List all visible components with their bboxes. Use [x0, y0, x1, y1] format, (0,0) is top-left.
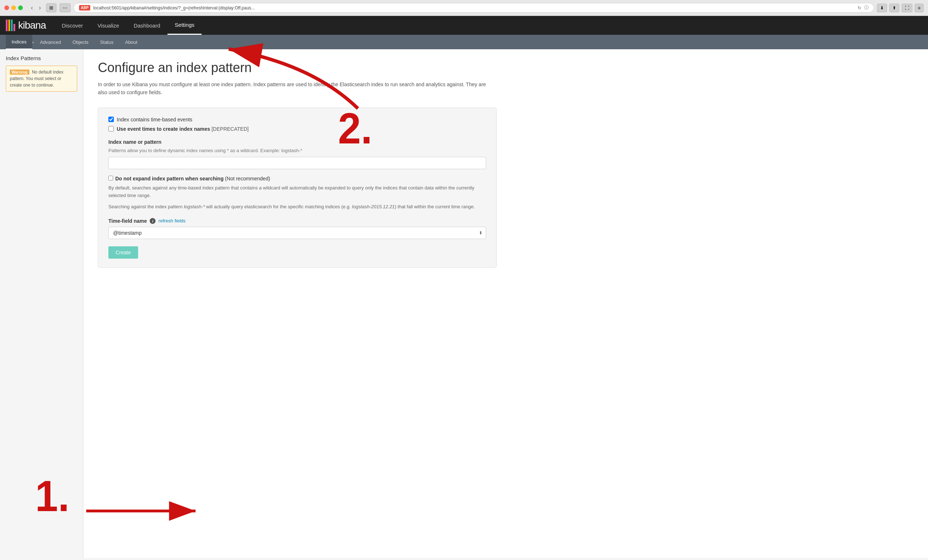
time-field-select-wrapper: @timestamp ⬍: [108, 227, 486, 239]
top-navigation: kibana Discover Visualize Dashboard Sett…: [0, 16, 928, 35]
indices-label: Indices: [12, 39, 26, 44]
index-name-input[interactable]: logstash-*: [108, 157, 486, 169]
top-nav-items: Discover Visualize Dashboard Settings: [55, 16, 202, 35]
logo-bar-3: [11, 20, 13, 31]
create-button[interactable]: Create: [108, 246, 138, 259]
nav-item-discover[interactable]: Discover: [55, 16, 90, 35]
browser-actions: ⬇ ⬆ ⛶ ≡: [877, 4, 923, 12]
index-name-section: Index name or pattern Patterns allow you…: [108, 139, 486, 169]
time-based-label[interactable]: Index contains time-based events: [117, 117, 192, 122]
info-icon[interactable]: i: [150, 218, 156, 224]
back-button[interactable]: ‹: [29, 3, 35, 12]
maximize-dot[interactable]: [18, 5, 23, 10]
refresh-fields-link[interactable]: refresh fields: [159, 218, 185, 224]
grid-button[interactable]: ⋯: [60, 3, 71, 12]
minimize-dot[interactable]: [11, 5, 16, 10]
time-field-section: Time-field name i refresh fields @timest…: [108, 218, 486, 239]
fullscreen-button[interactable]: ⛶: [902, 4, 913, 12]
address-text: localhost:5601/app/kibana#/settings/indi…: [93, 5, 855, 11]
warning-badge: Warning: [10, 70, 29, 75]
sidebar: Index Patterns Warning No default index …: [0, 49, 83, 558]
download-button[interactable]: ⬇: [877, 4, 887, 12]
index-name-label: Index name or pattern: [108, 139, 486, 145]
time-field-label: Time-field name i refresh fields: [108, 218, 486, 224]
secondary-navigation: Indices ▾ Advanced Objects Status About: [0, 35, 928, 49]
sidebar-title: Index Patterns: [6, 55, 77, 61]
secondary-nav-about[interactable]: About: [119, 35, 143, 49]
create-section: Create: [108, 239, 486, 259]
share-button[interactable]: ⬆: [889, 4, 899, 12]
browser-navigation: ‹ ›: [29, 3, 43, 12]
expand-body-2: Searching against the index pattern logs…: [108, 203, 486, 211]
time-field-select[interactable]: @timestamp: [108, 227, 486, 239]
logo-bars: [6, 20, 15, 31]
logo-bar-1: [6, 20, 8, 31]
event-times-label: Use event times to create index names [D…: [117, 126, 249, 132]
expand-section: Do not expand index pattern when searchi…: [108, 176, 486, 210]
index-name-hint: Patterns allow you to define dynamic ind…: [108, 147, 486, 154]
expand-label: Do not expand index pattern when searchi…: [108, 176, 486, 181]
app: kibana Discover Visualize Dashboard Sett…: [0, 16, 928, 558]
nav-item-visualize[interactable]: Visualize: [90, 16, 127, 35]
secondary-nav-indices[interactable]: Indices: [6, 35, 32, 49]
warning-box: Warning No default index pattern. You mu…: [6, 65, 77, 92]
secondary-nav-status[interactable]: Status: [94, 35, 119, 49]
logo: kibana: [6, 20, 46, 31]
logo-text: kibana: [18, 20, 46, 31]
secondary-nav-objects[interactable]: Objects: [67, 35, 94, 49]
time-based-checkbox[interactable]: [108, 117, 114, 122]
logo-bar-2: [8, 20, 10, 31]
no-expand-checkbox[interactable]: [108, 176, 113, 180]
more-button[interactable]: ≡: [914, 4, 923, 12]
page-description: In order to use Kibana you must configur…: [98, 81, 497, 97]
content-area: Configure an index pattern In order to u…: [83, 49, 928, 558]
deprecated-label: [DEPRECATED]: [211, 126, 248, 132]
logo-bar-4: [14, 24, 15, 31]
form-container: Index contains time-based events Use eve…: [98, 108, 497, 268]
time-based-checkbox-row: Index contains time-based events: [108, 117, 486, 122]
adblock-icon: ABP: [79, 5, 90, 11]
nav-item-dashboard[interactable]: Dashboard: [127, 16, 168, 35]
page-title: Configure an index pattern: [98, 60, 914, 75]
expand-body-1: By default, searches against any time-ba…: [108, 184, 486, 199]
secondary-nav-advanced[interactable]: Advanced: [34, 35, 67, 49]
sidebar-toggle[interactable]: ⊞: [46, 3, 56, 12]
main-layout: Index Patterns Warning No default index …: [0, 49, 928, 558]
browser-chrome: ‹ › ⊞ ⋯ ABP localhost:5601/app/kibana#/s…: [0, 0, 928, 16]
close-dot[interactable]: [5, 5, 9, 10]
browser-dots: [5, 5, 23, 10]
address-bar[interactable]: ABP localhost:5601/app/kibana#/settings/…: [73, 3, 874, 13]
event-times-checkbox[interactable]: [108, 126, 114, 131]
forward-button[interactable]: ›: [37, 3, 43, 12]
reload-icon[interactable]: ↻: [858, 5, 861, 11]
info-circle-icon[interactable]: ⓘ: [864, 5, 868, 11]
nav-item-settings[interactable]: Settings: [168, 16, 201, 35]
event-times-checkbox-row: Use event times to create index names [D…: [108, 126, 486, 132]
